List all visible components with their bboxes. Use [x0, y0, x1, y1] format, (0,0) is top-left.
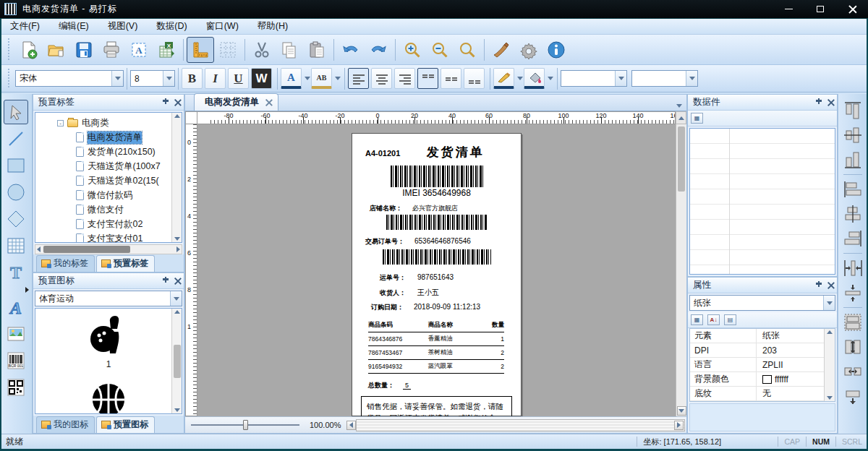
undo-button[interactable]: [337, 37, 365, 63]
tree-item[interactable]: 发货单(210x150): [38, 145, 182, 159]
chevron-down-icon[interactable]: [615, 71, 626, 86]
font-color-dropdown[interactable]: [304, 68, 311, 89]
copy-button[interactable]: [276, 37, 303, 63]
fill-color-button[interactable]: [524, 68, 545, 89]
scroll-up-icon[interactable]: [827, 330, 833, 334]
minimize-button[interactable]: [773, 0, 804, 18]
scroll-left-button[interactable]: [346, 421, 356, 430]
fit-to-printer-button[interactable]: [841, 311, 864, 334]
zoom-in-button[interactable]: [399, 37, 426, 63]
chevron-down-icon[interactable]: [163, 71, 174, 86]
pin-icon[interactable]: [162, 277, 169, 285]
scroll-down-button[interactable]: [677, 406, 686, 416]
line-tool-button[interactable]: [4, 126, 28, 151]
same-width-button[interactable]: [841, 360, 864, 383]
property-row[interactable]: 元素 纸张: [690, 329, 835, 343]
scroll-right-icon[interactable]: [176, 246, 180, 252]
same-size-button[interactable]: [841, 385, 864, 408]
chevron-down-icon[interactable]: [111, 71, 123, 86]
tree-node-category[interactable]: - 电商类: [38, 116, 182, 130]
property-pages-icon[interactable]: ▤: [724, 314, 736, 325]
sort-az-icon[interactable]: A↓: [707, 314, 720, 325]
zoom-reset-button[interactable]: [454, 37, 481, 63]
bold-button[interactable]: B: [182, 68, 203, 89]
print-button[interactable]: [98, 37, 125, 63]
redo-button[interactable]: [365, 37, 392, 63]
menu-file[interactable]: 文件(F): [10, 20, 40, 33]
line-style-combo[interactable]: [561, 70, 627, 87]
menu-view[interactable]: 视图(V): [108, 20, 138, 33]
document-tab[interactable]: 电商发货清单: [194, 93, 278, 111]
tab-list-dropdown-icon[interactable]: [676, 104, 682, 108]
cut-button[interactable]: [248, 37, 276, 63]
chevron-down-icon[interactable]: [823, 296, 835, 310]
categorized-view-icon[interactable]: ▦: [691, 314, 703, 325]
tree-item[interactable]: 电商发货清单: [38, 130, 182, 145]
wordart-button[interactable]: W: [251, 68, 272, 89]
tree-horizontal-scrollbar[interactable]: [35, 244, 182, 254]
scroll-down-icon[interactable]: [174, 408, 180, 412]
tree-item[interactable]: 天猫送货单(100x7: [38, 159, 182, 173]
label-document[interactable]: A4-01201 发货清单 IMEI 3654649968 店铺名称： 必兴官方…: [352, 133, 522, 416]
tree-item[interactable]: 微信支付: [38, 202, 182, 217]
new-document-button[interactable]: [15, 37, 43, 63]
diamond-tool-button[interactable]: [4, 207, 28, 231]
grid-toggle-button[interactable]: [214, 37, 242, 63]
ruler-toggle-button[interactable]: [187, 37, 214, 63]
line-color-dropdown[interactable]: [516, 68, 524, 89]
scroll-right-button[interactable]: [674, 421, 684, 430]
close-icon[interactable]: [174, 99, 181, 106]
zoom-out-button[interactable]: [426, 37, 454, 63]
bowling-icon[interactable]: [86, 313, 131, 358]
align-left-button[interactable]: [348, 68, 369, 89]
scroll-up-icon[interactable]: [174, 114, 180, 118]
chevron-down-icon[interactable]: [170, 291, 182, 306]
fill-color-dropdown[interactable]: [547, 68, 554, 89]
style-brush-dropdown[interactable]: [334, 68, 341, 89]
art-text-tool-button[interactable]: A: [4, 295, 28, 319]
style-brush-button[interactable]: AB: [311, 68, 332, 89]
tab-my-labels[interactable]: 我的标签: [36, 255, 95, 272]
align-objects-middle-button[interactable]: [841, 124, 864, 147]
rectangle-tool-button[interactable]: [4, 153, 28, 178]
center-horizontally-button[interactable]: [841, 257, 864, 280]
settings-button[interactable]: [515, 37, 542, 63]
scrollbar-thumb[interactable]: [174, 345, 181, 378]
align-right-button[interactable]: [394, 68, 415, 89]
pin-icon[interactable]: [162, 98, 169, 107]
line-color-button[interactable]: [493, 68, 514, 89]
tree-item[interactable]: 支付宝支付01: [38, 231, 182, 243]
align-objects-top-button[interactable]: [841, 99, 864, 122]
menu-data[interactable]: 数据(D): [156, 20, 187, 33]
close-icon[interactable]: [827, 282, 834, 289]
zoom-slider-thumb[interactable]: [243, 420, 248, 430]
pointer-tool-button[interactable]: [4, 100, 28, 124]
close-icon[interactable]: [174, 278, 181, 285]
scroll-left-icon[interactable]: [37, 246, 41, 252]
close-button[interactable]: [836, 0, 868, 18]
font-size-combo[interactable]: 8: [130, 70, 175, 87]
valign-middle-button[interactable]: [441, 68, 461, 89]
align-objects-left-button[interactable]: [841, 178, 864, 201]
tab-my-icons[interactable]: 我的图标: [36, 416, 95, 433]
valign-top-button[interactable]: [417, 68, 438, 89]
image-tool-button[interactable]: [4, 322, 28, 346]
scrollbar-thumb[interactable]: [43, 246, 130, 253]
scroll-down-icon[interactable]: [827, 396, 833, 400]
zoom-slider[interactable]: [191, 424, 299, 426]
element-selector-combo[interactable]: 纸张: [689, 295, 835, 311]
tab-preset-icons[interactable]: 预置图标: [96, 416, 155, 433]
design-canvas[interactable]: A4-01201 发货清单 IMEI 3654649968 店铺名称： 必兴官方…: [197, 124, 676, 416]
pin-icon[interactable]: [815, 98, 822, 107]
tree-item[interactable]: 微信付款码: [38, 188, 182, 202]
canvas-vertical-scrollbar[interactable]: [676, 124, 686, 416]
tree-item[interactable]: 支付宝付款02: [38, 217, 182, 231]
propgrid-scrollbar[interactable]: [824, 329, 835, 401]
property-row[interactable]: DPI 203: [690, 343, 835, 358]
qrcode-tool-button[interactable]: [4, 375, 28, 400]
italic-button[interactable]: I: [205, 68, 226, 89]
text-tool-button[interactable]: T: [4, 260, 28, 285]
line-width-combo[interactable]: [631, 70, 698, 87]
same-height-button[interactable]: [841, 335, 864, 358]
scroll-down-icon[interactable]: [174, 237, 180, 241]
